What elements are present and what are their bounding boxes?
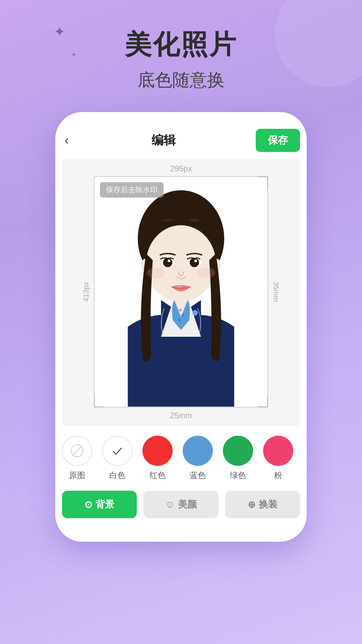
page-title: 编辑	[152, 132, 176, 149]
color-circle-blue	[183, 436, 213, 466]
color-option-red[interactable]: 红色	[142, 436, 173, 481]
svg-point-16	[168, 260, 170, 262]
color-label-pink: 粉	[274, 470, 282, 481]
back-button[interactable]: ‹	[62, 131, 71, 150]
corner-bl	[94, 397, 104, 408]
beauty-icon: ☺	[165, 499, 175, 510]
tab-beauty-label: 美颜	[178, 498, 197, 511]
svg-point-17	[194, 260, 197, 262]
photo-frame-wrapper: 413px 保存后去除水印	[62, 176, 300, 408]
outfit-icon: ⊕	[248, 499, 255, 510]
bg-decoration-bottom	[0, 493, 57, 577]
svg-point-6	[181, 314, 184, 316]
photo-frame: 保存后去除水印	[94, 176, 268, 408]
color-label-red: 红色	[149, 470, 166, 481]
svg-point-7	[178, 319, 181, 321]
phone-mockup: ‹ 编辑 保存 295px 413px 保存后去除水印	[55, 112, 307, 542]
color-label-green: 绿色	[230, 470, 246, 481]
dimension-right: 35mm	[268, 281, 284, 302]
color-label-original: 原图	[69, 470, 85, 481]
watermark-badge: 保存后去除水印	[100, 182, 164, 198]
sparkle-small-icon: ✦	[70, 50, 77, 60]
color-circle-original	[62, 436, 92, 466]
bottom-tabs: ⊙ 背景 ☺ 美颜 ⊕ 换装	[55, 484, 307, 522]
color-option-original[interactable]: 原图	[62, 436, 92, 481]
color-label-white: 白色	[109, 470, 125, 481]
tab-beauty[interactable]: ☺ 美颜	[143, 491, 218, 518]
tab-outfit[interactable]: ⊕ 换装	[225, 491, 300, 518]
color-circle-green	[223, 436, 253, 466]
svg-point-18	[147, 268, 166, 278]
color-option-pink[interactable]: 粉	[263, 436, 293, 481]
dimension-top: 295px	[62, 159, 300, 176]
color-circle-white	[102, 436, 132, 466]
color-options: 原图 白色 红色 蓝色 绿色	[62, 436, 300, 481]
svg-point-14	[163, 258, 172, 267]
save-button[interactable]: 保存	[256, 129, 300, 152]
color-option-blue[interactable]: 蓝色	[183, 436, 213, 481]
svg-point-5	[179, 309, 182, 312]
corner-br	[258, 397, 268, 408]
header-section: ✦ ✦ 美化照片 底色随意换	[0, 0, 362, 92]
svg-point-9	[193, 311, 197, 315]
sparkle-large-icon: ✦	[54, 23, 65, 40]
color-circle-red	[142, 436, 173, 466]
color-option-white[interactable]: 白色	[102, 436, 132, 481]
svg-point-15	[190, 258, 199, 267]
tab-background-label: 背景	[96, 498, 114, 511]
svg-point-19	[197, 268, 216, 278]
app-subtitle: 底色随意换	[0, 68, 362, 92]
color-option-green[interactable]: 绿色	[223, 436, 253, 481]
tab-background[interactable]: ⊙ 背景	[62, 491, 137, 518]
person-photo	[95, 177, 267, 407]
dimension-left: 413px	[78, 282, 94, 302]
svg-line-21	[72, 446, 82, 455]
background-icon: ⊙	[84, 499, 92, 510]
color-picker-section: 原图 白色 红色 蓝色 绿色	[55, 426, 307, 484]
tab-outfit-label: 换装	[259, 498, 278, 511]
top-bar: ‹ 编辑 保存	[55, 125, 307, 159]
color-circle-pink	[263, 436, 293, 466]
photo-container: 295px 413px 保存后去除水印	[62, 159, 300, 426]
color-label-blue: 蓝色	[190, 470, 206, 481]
dimension-bottom: 25mm	[62, 408, 300, 426]
